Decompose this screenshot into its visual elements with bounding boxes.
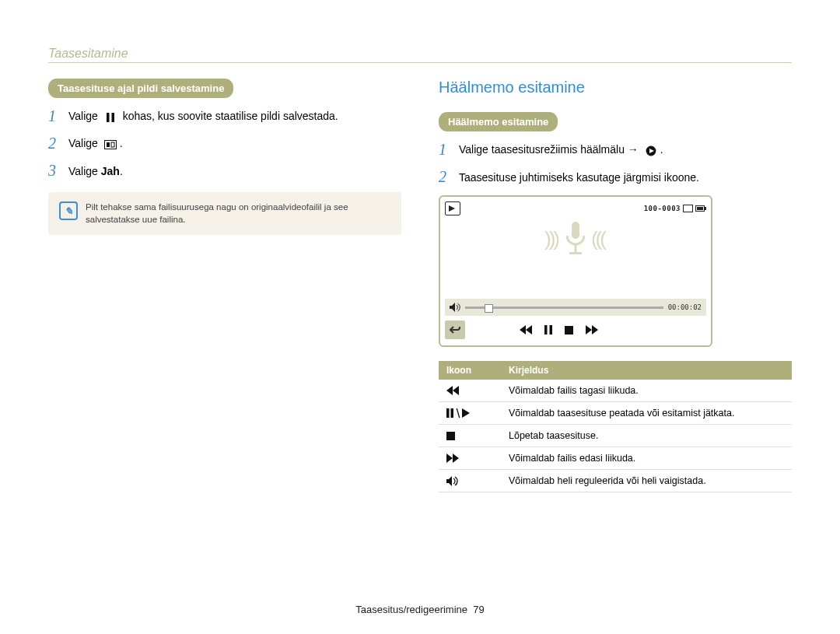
svg-marker-15 <box>520 325 526 335</box>
svg-rect-24 <box>446 408 450 418</box>
table-row: Lõpetab taasesituse. <box>439 425 792 447</box>
svg-rect-4 <box>111 142 114 147</box>
progress-track <box>465 306 663 309</box>
page-number: 79 <box>473 604 484 615</box>
svg-marker-29 <box>446 454 453 463</box>
svg-rect-3 <box>107 142 110 147</box>
manual-page: Taasesitamine Taasesituse ajal pildi sal… <box>0 0 840 634</box>
microphone-icon <box>562 220 589 257</box>
step-number: 3 <box>48 162 68 180</box>
pause-icon <box>544 325 552 335</box>
footer-section: Taasesitus/redigeerimine <box>355 604 467 615</box>
svg-marker-7 <box>449 205 455 212</box>
voice-player: 100-0003 ))) <box>439 195 712 347</box>
right-step-1: 1 Valige taasesitusrežiimis häälmälu → . <box>439 141 792 159</box>
svg-rect-10 <box>697 207 703 210</box>
cell-desc: Võimaldab failis edasi liikuda. <box>501 447 792 470</box>
cell-desc: Võimaldab heli reguleerida või heli vaig… <box>501 470 792 492</box>
note-text: Pilt tehakse sama failisuurusega nagu on… <box>86 201 390 226</box>
svg-rect-25 <box>451 408 454 418</box>
file-index: 100-0003 <box>644 205 706 212</box>
playback-mode-icon <box>445 201 460 215</box>
progress-time: 00:00:02 <box>668 303 702 311</box>
cell-desc: Võimaldab taasesituse peatada või esitam… <box>501 402 792 425</box>
svg-rect-18 <box>550 325 553 335</box>
mic-graphic: ))) ))) <box>440 220 711 257</box>
icon-description-table: Ikoon Kirjeldus Võimaldab failis tagasi … <box>439 361 792 492</box>
svg-rect-11 <box>572 222 579 239</box>
rewind-icon <box>439 380 501 402</box>
cell-desc: Võimaldab failis tagasi liikuda. <box>501 380 792 402</box>
fast-forward-icon <box>586 325 598 335</box>
back-button-icon <box>445 321 465 339</box>
svg-rect-17 <box>544 325 548 335</box>
table-row: Võimaldab taasesituse peatada või esitam… <box>439 402 792 425</box>
svg-rect-9 <box>705 207 706 210</box>
svg-rect-28 <box>446 432 455 440</box>
play-circle-icon <box>645 145 657 156</box>
right-column: Häälmemo esitamine Häälmemo esitamine 1 … <box>439 79 792 492</box>
progress-knob <box>485 304 493 313</box>
rewind-icon <box>520 325 532 335</box>
svg-rect-12 <box>575 244 577 252</box>
svg-marker-27 <box>462 408 470 418</box>
pause-icon <box>104 112 117 123</box>
step-number: 1 <box>439 141 459 159</box>
volume-icon <box>450 302 460 313</box>
fast-forward-icon <box>439 447 501 470</box>
page-footer: Taasesitus/redigeerimine 79 <box>0 604 840 615</box>
step-number: 1 <box>48 107 68 125</box>
stop-icon <box>439 425 501 447</box>
stop-icon <box>565 326 573 335</box>
svg-marker-23 <box>453 386 459 395</box>
progress-bar-row: 00:00:02 <box>445 299 706 316</box>
th-icon: Ikoon <box>439 361 501 380</box>
header-rule <box>48 62 792 63</box>
svg-marker-16 <box>526 325 532 335</box>
svg-rect-13 <box>569 252 582 254</box>
step-text: Valige Jah. <box>68 165 123 177</box>
table-row: Võimaldab failis tagasi liikuda. <box>439 380 792 402</box>
table-row: Võimaldab heli reguleerida või heli vaig… <box>439 470 792 492</box>
svg-marker-22 <box>446 386 453 395</box>
page-header-title: Taasesitamine <box>48 47 792 61</box>
battery-icon <box>695 205 706 212</box>
step-text: Taasesituse juhtimiseks kasutage järgmis… <box>459 171 699 184</box>
note-icon: ✎ <box>59 201 78 220</box>
step-text: Valige kohas, kus soovite staatilise pil… <box>68 110 338 122</box>
left-step-2: 2 Valige . <box>48 135 401 152</box>
transport-controls <box>520 325 598 335</box>
pill-voice-play: Häälmemo esitamine <box>439 112 558 131</box>
section-title: Häälmemo esitamine <box>439 79 792 96</box>
memory-icon <box>683 205 693 212</box>
svg-marker-20 <box>586 325 592 335</box>
volume-icon <box>439 470 501 492</box>
table-row: Võimaldab failis edasi liikuda. <box>439 447 792 470</box>
svg-marker-21 <box>592 325 598 335</box>
step-text: Valige taasesitusrežiimis häälmälu → . <box>459 143 663 156</box>
sound-waves-left-icon: ))) <box>544 227 558 251</box>
svg-rect-1 <box>111 113 114 122</box>
step-number: 2 <box>48 135 68 152</box>
left-step-3: 3 Valige Jah. <box>48 162 401 180</box>
svg-marker-14 <box>450 303 455 312</box>
pill-save-image: Taasesituse ajal pildi salvestamine <box>48 79 233 98</box>
capture-frame-icon <box>104 139 117 150</box>
pause-play-icon <box>439 402 501 425</box>
svg-line-26 <box>457 408 460 418</box>
svg-marker-31 <box>446 476 452 486</box>
left-step-1: 1 Valige kohas, kus soovite staatilise p… <box>48 107 401 125</box>
svg-marker-30 <box>453 454 459 463</box>
note-box: ✎ Pilt tehakse sama failisuurusega nagu … <box>48 192 401 235</box>
right-step-2: 2 Taasesituse juhtimiseks kasutage järgm… <box>439 168 792 186</box>
step-text: Valige . <box>68 137 123 149</box>
svg-rect-19 <box>565 326 573 335</box>
svg-rect-0 <box>107 113 110 122</box>
left-column: Taasesituse ajal pildi salvestamine 1 Va… <box>48 79 401 492</box>
sound-waves-right-icon: ))) <box>593 227 607 251</box>
cell-desc: Lõpetab taasesituse. <box>501 425 792 447</box>
th-description: Kirjeldus <box>501 361 792 380</box>
step-number: 2 <box>439 168 459 186</box>
